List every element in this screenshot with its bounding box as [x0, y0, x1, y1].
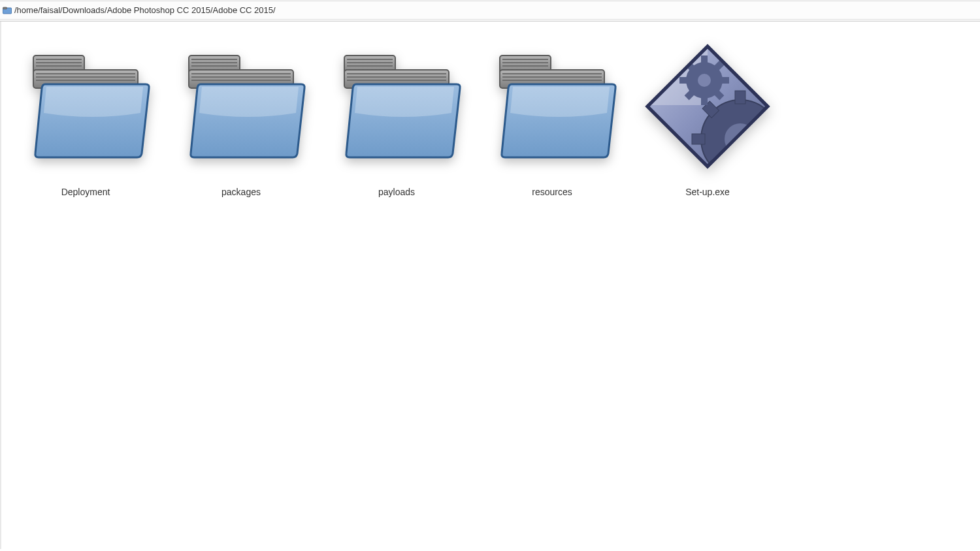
- file-label: resources: [532, 187, 572, 197]
- svg-rect-43: [762, 161, 773, 172]
- address-path: /home/faisal/Downloads/Adobe Photoshop C…: [14, 5, 276, 15]
- svg-rect-36: [735, 91, 745, 104]
- file-label: Deployment: [61, 187, 110, 197]
- svg-rect-48: [679, 77, 689, 84]
- folder-icon: [17, 38, 154, 175]
- file-item-folder[interactable]: Deployment: [8, 35, 163, 546]
- executable-icon: [639, 38, 776, 175]
- file-label: Set-up.exe: [685, 187, 730, 197]
- file-label: packages: [221, 187, 261, 197]
- folder-small-icon: [3, 6, 12, 15]
- svg-rect-49: [720, 77, 729, 84]
- svg-point-54: [698, 74, 711, 87]
- address-bar[interactable]: /home/faisal/Downloads/Adobe Photoshop C…: [0, 1, 980, 20]
- file-label: payloads: [378, 187, 415, 197]
- svg-rect-1: [3, 7, 7, 9]
- svg-rect-47: [701, 96, 708, 105]
- file-icon-view[interactable]: Deployment: [0, 22, 980, 549]
- file-item-folder[interactable]: resources: [474, 35, 630, 546]
- folder-icon: [328, 38, 465, 175]
- folder-icon: [483, 38, 621, 175]
- svg-point-44: [725, 123, 756, 155]
- file-item-executable[interactable]: Set-up.exe: [630, 35, 785, 546]
- svg-rect-38: [692, 134, 705, 144]
- file-item-folder[interactable]: payloads: [319, 35, 474, 546]
- file-item-folder[interactable]: packages: [163, 35, 319, 546]
- folder-icon: [172, 38, 310, 175]
- svg-rect-46: [701, 55, 708, 65]
